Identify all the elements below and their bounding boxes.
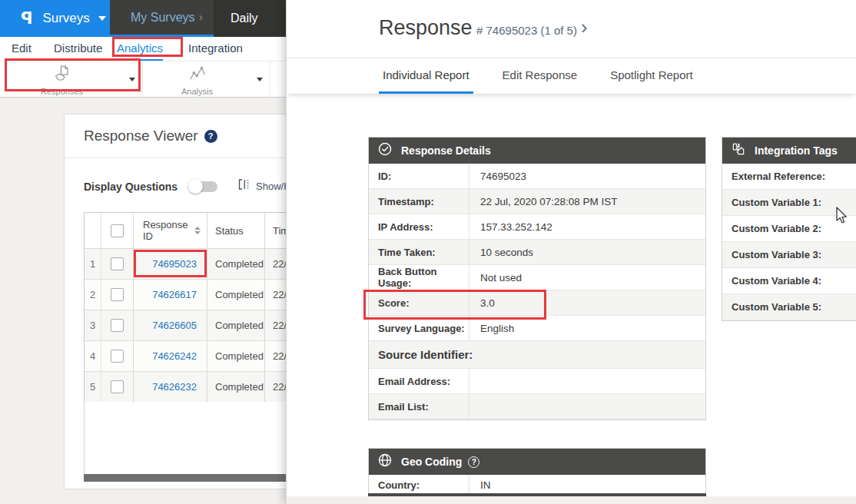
integration-tags-title: Integration Tags (755, 144, 838, 157)
responses-caret-down-icon[interactable] (129, 78, 135, 81)
response-id-link[interactable]: 74626617 (152, 289, 197, 300)
row-checkbox-cell (101, 310, 134, 340)
row-number: 3 (85, 310, 101, 340)
response-id-link[interactable]: 74626232 (152, 381, 197, 393)
geo-help-icon[interactable]: ? (468, 456, 479, 468)
response-viewer-header: Response Viewer ? (65, 114, 294, 158)
integration-tag-row: Custom Variable 5: (722, 294, 856, 320)
panel-title: Response (379, 16, 473, 40)
row-checkbox-cell (101, 280, 134, 310)
integration-tag-row: Custom Variable 3: (722, 242, 856, 268)
row-number: 5 (85, 372, 101, 402)
response-viewer-card: Response Viewer ? Display Questions Show… (64, 114, 294, 489)
tab-individual-report[interactable]: Individual Report (379, 58, 473, 94)
tab-spotlight-report[interactable]: Spotlight Report (606, 58, 697, 94)
logo-icon: P (21, 9, 32, 28)
header-response-id[interactable]: Response ID (134, 213, 207, 248)
detail-row-source-identifier: Source Identifier: (369, 341, 705, 369)
response-id-link[interactable]: 74695023 (152, 258, 197, 270)
show-hide-columns-icon (237, 177, 250, 194)
menu-item-distribute[interactable]: Distribute (54, 37, 102, 61)
next-response-chevron[interactable]: › (581, 16, 587, 38)
row-number: 1 (85, 249, 101, 279)
status-cell: Completed (207, 280, 265, 310)
row-checkbox-cell (101, 341, 134, 371)
menu-item-integration[interactable]: Integration (188, 37, 243, 61)
line-chart-icon (187, 64, 207, 86)
table-row: 4 74626242 Completed 22/ (85, 341, 306, 372)
integration-tags-header: Integration Tags (722, 138, 856, 164)
caret-down-icon (98, 16, 106, 21)
integration-tag-row: Custom Variable 4: (722, 268, 856, 294)
response-id-cell: 74626617 (134, 280, 207, 310)
status-cell: Completed (207, 249, 265, 279)
response-id-cell: 74695023 (134, 249, 207, 279)
integration-tags-card: Integration Tags External Reference: Cus… (722, 137, 856, 321)
analysis-caret-down-icon[interactable] (257, 78, 263, 81)
row-checkbox[interactable] (111, 380, 124, 393)
puzzle-icon (731, 141, 746, 160)
table-row: 3 74626605 Completed 22/ (85, 310, 306, 341)
row-checkbox[interactable] (111, 288, 124, 301)
response-id-cell: 74626232 (134, 372, 207, 402)
sort-icon[interactable] (194, 227, 201, 234)
responses-label: Responses (41, 87, 83, 96)
detail-row: IP Address:157.33.252.142 (369, 214, 705, 240)
panel-subtitle: # 74695023 (1 of 5) (476, 24, 577, 37)
response-details-card: Response Details ID:74695023 Timestamp:2… (368, 137, 706, 420)
responses-button[interactable]: Responses (0, 61, 143, 97)
integration-tag-row: Custom Variable 2: (722, 216, 856, 242)
header-status[interactable]: Status (207, 213, 265, 248)
detail-row: Survey Language:English (369, 316, 705, 341)
response-id-link[interactable]: 74626242 (152, 350, 197, 362)
table-empty-area (84, 402, 307, 475)
row-number: 4 (85, 341, 101, 371)
select-all-checkbox[interactable] (111, 224, 124, 237)
analytics-toolbar: Responses Analysis (0, 61, 286, 98)
product-switcher[interactable]: P Surveys (0, 0, 110, 37)
menu-item-edit[interactable]: Edit (12, 37, 32, 61)
detail-row: Back Button Usage:Not used (369, 265, 705, 290)
row-checkbox[interactable] (111, 257, 124, 270)
row-checkbox[interactable] (111, 350, 124, 363)
survey-menu: Edit Distribute Analytics Integration (0, 37, 286, 61)
display-questions-toggle[interactable] (190, 181, 217, 192)
geo-coding-title: Geo Coding (401, 456, 462, 468)
detail-row: Time Taken:10 seconds (369, 240, 705, 265)
status-cell: Completed (207, 310, 265, 340)
response-id-cell: 74626242 (134, 341, 207, 371)
globe-icon (377, 453, 393, 471)
panel-header: Response # 74695023 (1 of 5) › (287, 0, 856, 58)
row-checkbox-cell (101, 372, 134, 402)
detail-row: Timestamp:22 Jul, 2020 07:28:08 PM IST (369, 189, 705, 214)
bottom-page-strip (287, 496, 856, 504)
response-viewer-title: Response Viewer (84, 128, 198, 144)
menu-item-analytics[interactable]: Analytics (117, 37, 163, 61)
geo-row: Country: IN (369, 475, 705, 495)
display-questions-label: Display Questions (84, 181, 178, 193)
header-row-number (85, 213, 101, 248)
toggle-knob (188, 179, 203, 194)
analysis-button[interactable]: Analysis (143, 61, 270, 97)
response-id-link[interactable]: 74626605 (152, 320, 197, 331)
top-navbar: P Surveys My Surveys › Daily (0, 0, 307, 37)
header-select-all (101, 213, 134, 248)
horizontal-scrollbar[interactable] (84, 474, 307, 482)
app-screen: P Surveys My Surveys › Daily Edit Distri… (0, 0, 856, 504)
product-label: Surveys (42, 11, 89, 26)
response-id-cell: 74626605 (134, 310, 207, 340)
integration-tag-row: Custom Variable 1: (722, 190, 856, 216)
table-row: 1 74695023 Completed 22/ (85, 249, 306, 280)
status-cell: Completed (207, 341, 265, 371)
table-header-row: Response ID Status Tim (85, 213, 306, 249)
tab-edit-response[interactable]: Edit Response (499, 58, 582, 94)
show-hide-columns-button[interactable]: Show/H (237, 177, 291, 194)
response-details-header: Response Details (369, 138, 705, 164)
analysis-label: Analysis (181, 87, 213, 96)
help-icon[interactable]: ? (204, 130, 217, 143)
breadcrumb-my-surveys[interactable]: My Surveys (131, 0, 195, 35)
geo-coding-header: Geo Coding ? (369, 449, 705, 475)
row-checkbox[interactable] (111, 319, 124, 332)
panel-tabs: Individual Report Edit Response Spotligh… (287, 58, 856, 94)
check-circle-icon (377, 141, 393, 160)
